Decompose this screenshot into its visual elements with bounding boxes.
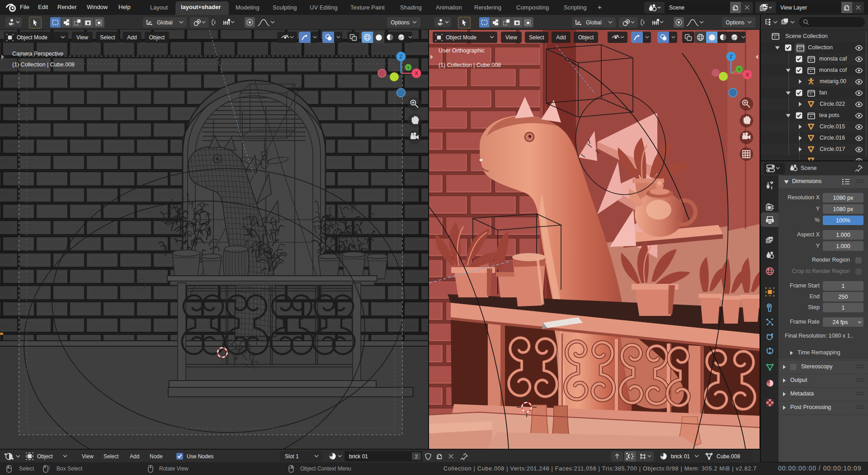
svg-text:(1) Collection | Cube.008: (1) Collection | Cube.008 — [439, 62, 501, 68]
svg-text:Y: Y — [738, 67, 741, 72]
svg-text:X: X — [746, 72, 749, 77]
svg-text:User Orthographic: User Orthographic — [439, 47, 485, 54]
svg-text:(1) Collection | Cube.008: (1) Collection | Cube.008 — [12, 61, 75, 68]
svg-text:Z: Z — [730, 54, 732, 59]
svg-text:Y: Y — [407, 66, 410, 70]
svg-text:X: X — [415, 71, 418, 76]
svg-text:Camera Perspective: Camera Perspective — [12, 51, 63, 57]
svg-text:Z: Z — [400, 54, 402, 59]
